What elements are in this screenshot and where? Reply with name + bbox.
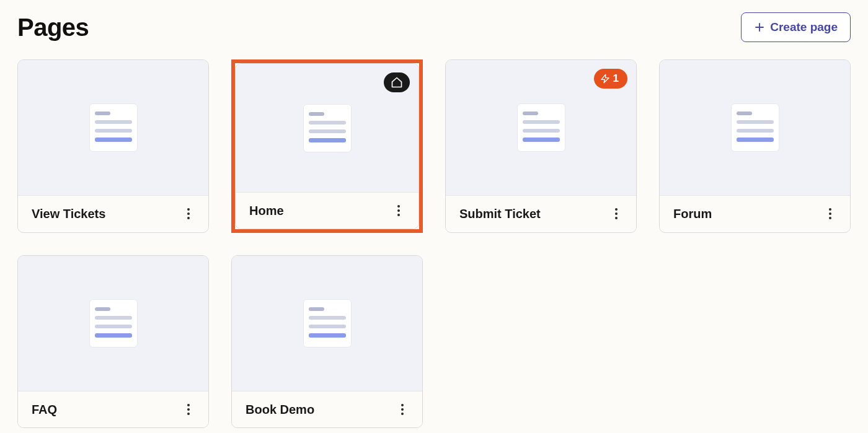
card-footer: Submit Ticket — [446, 195, 636, 232]
card-title: Forum — [673, 207, 712, 221]
card-footer: Forum — [660, 195, 850, 232]
page-card[interactable]: FAQ — [17, 255, 209, 428]
plus-icon — [754, 22, 765, 33]
more-vertical-icon — [615, 208, 618, 219]
page-thumbnail — [303, 104, 352, 152]
card-footer: View Tickets — [18, 195, 208, 232]
home-badge — [384, 72, 410, 92]
card-footer: Book Demo — [232, 391, 422, 427]
more-menu-button[interactable] — [824, 206, 836, 222]
more-vertical-icon — [397, 205, 400, 216]
card-title: Submit Ticket — [459, 207, 541, 221]
page-card[interactable]: Forum — [659, 59, 851, 233]
page-card[interactable]: 1Submit Ticket — [445, 59, 637, 233]
card-preview — [232, 256, 422, 391]
card-footer: Home — [236, 192, 418, 229]
card-preview — [18, 60, 208, 195]
page-thumbnail — [517, 103, 565, 152]
more-vertical-icon — [187, 404, 190, 415]
card-footer: FAQ — [18, 391, 208, 427]
card-preview — [18, 256, 208, 391]
card-preview — [660, 60, 850, 195]
bolt-icon — [600, 74, 610, 84]
card-preview — [236, 64, 418, 192]
bolt-badge: 1 — [594, 69, 627, 89]
more-menu-button[interactable] — [392, 203, 405, 219]
page-thumbnail — [89, 103, 138, 152]
more-menu-button[interactable] — [396, 401, 409, 418]
header-row: Pages Create page — [17, 12, 851, 42]
svg-marker-2 — [601, 74, 609, 82]
create-page-button[interactable]: Create page — [741, 12, 851, 42]
more-vertical-icon — [187, 208, 190, 219]
home-icon — [391, 76, 403, 89]
page-card[interactable]: View Tickets — [17, 59, 209, 233]
page-card[interactable]: Book Demo — [231, 255, 423, 428]
page-thumbnail — [303, 299, 352, 348]
pages-grid: View TicketsHome1Submit TicketForumFAQBo… — [17, 59, 851, 428]
card-title: Home — [249, 204, 284, 218]
more-vertical-icon — [401, 404, 404, 415]
card-title: Book Demo — [246, 403, 314, 417]
page-thumbnail — [89, 299, 138, 348]
card-title: FAQ — [32, 403, 57, 417]
create-page-label: Create page — [770, 20, 838, 34]
bolt-count: 1 — [613, 72, 619, 85]
more-menu-button[interactable] — [610, 206, 622, 222]
page-title: Pages — [17, 14, 89, 42]
page-thumbnail — [731, 103, 779, 152]
more-menu-button[interactable] — [182, 206, 195, 222]
more-menu-button[interactable] — [182, 401, 195, 418]
page-card[interactable]: Home — [231, 59, 423, 233]
more-vertical-icon — [829, 208, 831, 219]
card-title: View Tickets — [32, 207, 105, 221]
card-preview: 1 — [446, 60, 636, 195]
